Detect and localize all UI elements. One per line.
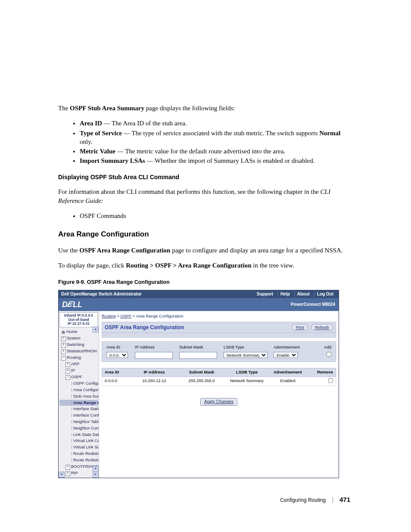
list-item: OSPF Commands xyxy=(80,212,353,220)
tree-item[interactable]: +RIP xyxy=(59,470,98,476)
field-bullet-list: Area ID — The Area ID of the stub area. … xyxy=(58,119,353,165)
cell-ip: 10.250.12.12 xyxy=(131,378,178,385)
tree-home[interactable]: Home xyxy=(59,329,98,335)
main-panel: Routing > OSPF > Area Range Configuratio… xyxy=(99,311,339,478)
home-icon xyxy=(61,330,65,334)
tree-item[interactable]: +Statistics/RMON xyxy=(59,348,98,355)
list-item: Area ID — The Area ID of the stub area. xyxy=(80,119,353,128)
link-logout[interactable]: Log Out xyxy=(314,291,336,297)
tree-item[interactable]: +ARP xyxy=(59,361,98,367)
refresh-button[interactable]: Refresh xyxy=(311,324,333,331)
tree-item[interactable]: Virtual Link Summ xyxy=(59,444,98,451)
use-paragraph: Use the OSPF Area Range Configuration pa… xyxy=(58,246,353,255)
tree-item[interactable]: Neighbor Table xyxy=(59,419,98,425)
tree-item[interactable]: Interface Configura xyxy=(59,412,98,419)
link-help[interactable]: Help xyxy=(277,291,293,297)
add-checkbox[interactable] xyxy=(327,352,331,357)
app-title: Dell OpenManage Switch Administrator xyxy=(61,291,142,297)
tree-item[interactable]: Stub Area Summa xyxy=(59,393,98,400)
tree-item[interactable]: +BOOTP/DHCP Relay xyxy=(59,464,98,470)
logo-bar: DELL PowerConnect M8024 xyxy=(59,298,339,311)
crumb-routing[interactable]: Routing xyxy=(102,314,116,318)
advertisement-select[interactable]: Enable xyxy=(274,352,298,358)
add-form: Area ID IP Address Subnet Mask LSDB Type… xyxy=(102,341,336,362)
tree-item[interactable]: Link State Databa xyxy=(59,432,98,438)
product-label: PowerConnect M8024 xyxy=(291,302,335,308)
tree-item[interactable]: Area Range Con xyxy=(59,400,98,406)
form-input-row: 0.0.0.0 Network Summary Enable xyxy=(105,352,333,359)
ip-info: Inband IP:0.0.0.0Out-of-band IP:10.27.5.… xyxy=(59,312,98,327)
tree-item[interactable]: Neighbor Configura xyxy=(59,425,98,432)
form-header-row: Area ID IP Address Subnet Mask LSDB Type… xyxy=(105,344,333,352)
area-id-select[interactable]: 0.0.0.0 xyxy=(106,352,128,358)
app-screenshot: Dell OpenManage Switch Administrator Sup… xyxy=(58,290,339,478)
breadcrumb: Routing > OSPF > Area Range Configuratio… xyxy=(102,313,336,322)
heading-area-range: Area Range Configuration xyxy=(58,230,353,240)
list-item: Metric Value — The metric value for the … xyxy=(80,147,353,156)
tree-item[interactable]: −OSPF xyxy=(59,374,98,380)
tree-item[interactable]: Route Redistributio xyxy=(59,451,98,457)
intro-paragraph: The OSPF Stub Area Summary page displays… xyxy=(58,104,353,112)
link-about[interactable]: About xyxy=(294,291,312,297)
list-header: Area ID IP Address Subnet Mask LSDB Type… xyxy=(102,368,336,377)
footer-title: Configuring Routing xyxy=(280,497,326,503)
list-item: Import Summary LSAs — Whether the import… xyxy=(80,156,353,165)
cell-adv: Enabled xyxy=(268,378,307,385)
lsdb-type-select[interactable]: Network Summary xyxy=(224,352,268,358)
scroll-right-icon[interactable]: ▸ xyxy=(93,472,99,478)
figure-caption: Figure 9-9. OSPF Area Range Configuratio… xyxy=(58,279,353,286)
tree-item[interactable]: +System xyxy=(59,335,98,342)
page-number: 471 xyxy=(339,496,350,503)
link-support[interactable]: Support xyxy=(254,291,276,297)
crumb-ospf[interactable]: OSPF xyxy=(121,314,132,318)
apply-changes-button[interactable]: Apply Changes xyxy=(200,398,237,406)
top-bar: Dell OpenManage Switch Administrator Sup… xyxy=(59,290,339,298)
scroll-up-icon[interactable]: ▴ xyxy=(93,327,99,333)
ip-address-input[interactable] xyxy=(135,352,173,359)
print-button[interactable]: Print xyxy=(292,324,308,331)
heading-cli-command: Displaying OSPF Stub Area CLI Command xyxy=(58,173,353,181)
remove-checkbox[interactable] xyxy=(328,378,333,383)
list-item: Type of Service — The type of service as… xyxy=(80,129,353,146)
subnet-mask-input[interactable] xyxy=(179,352,217,359)
tree-item[interactable]: OSPF Configuratio xyxy=(59,380,98,387)
crumb-current: Area Range Configuration xyxy=(136,314,184,318)
tree-item[interactable]: Interface Statistics xyxy=(59,406,98,412)
cell-lsdb: Network Summary xyxy=(225,378,268,385)
tree-item[interactable]: +Switching xyxy=(59,342,98,348)
cli-paragraph: For information about the CLI command th… xyxy=(58,187,353,205)
tree-item[interactable]: Area Configuration xyxy=(59,387,98,393)
tree-item[interactable]: Virtual Link Config xyxy=(59,438,98,444)
dell-logo: DELL xyxy=(62,299,82,310)
page-footer: Configuring Routing 471 xyxy=(58,495,353,504)
cell-mask: 255.255.255.0 xyxy=(178,378,225,385)
panel-title: OSPF Area Range Configuration xyxy=(105,324,184,331)
cli-bullet-list: OSPF Commands xyxy=(58,212,353,220)
list-row: 0.0.0.0 10.250.12.12 255.255.255.0 Netwo… xyxy=(102,377,336,386)
cell-area: 0.0.0.0 xyxy=(105,378,131,385)
nav-tree: Inband IP:0.0.0.0Out-of-band IP:10.27.5.… xyxy=(59,311,99,478)
tree-item[interactable]: −Routing xyxy=(59,355,98,361)
panel-header: OSPF Area Range Configuration Print Refr… xyxy=(102,322,336,333)
tree-item[interactable]: Route Redistributio xyxy=(59,457,98,464)
display-paragraph: To display the page, click Routing > OSP… xyxy=(58,261,353,270)
scroll-down-icon[interactable]: ▾ xyxy=(93,466,99,472)
scroll-left-icon[interactable]: ◂ xyxy=(59,472,65,478)
tree-item[interactable]: +IP xyxy=(59,367,98,374)
